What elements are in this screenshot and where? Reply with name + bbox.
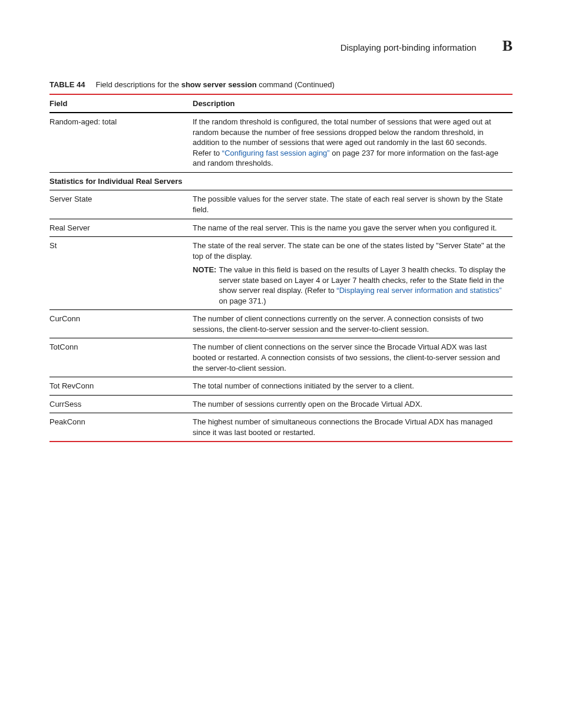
desc-text: If the random threshold is configured, t… [193, 117, 491, 147]
field-description-table: Field Description Random-aged: total If … [49, 94, 513, 443]
header-title: Displaying port-binding information [340, 42, 477, 54]
caption-command: show server session [181, 80, 257, 89]
field-cell: Server State [49, 190, 193, 219]
section-row: Statistics for Individual Real Servers [49, 172, 513, 190]
field-cell: Random-aged: total [49, 113, 193, 172]
desc-cell: The possible values for the server state… [193, 190, 513, 219]
caption-post: command (Continued) [257, 80, 335, 89]
table-row: St The state of the real server. The sta… [49, 237, 513, 263]
appendix-letter: B [503, 35, 513, 56]
link-fast-session-aging[interactable]: “Configuring fast session aging” [222, 149, 330, 157]
table-row: Server State The possible values for the… [49, 190, 513, 219]
field-cell: PeakConn [49, 413, 193, 442]
field-cell: St [49, 237, 193, 263]
section-heading: Statistics for Individual Real Servers [49, 172, 513, 190]
note-label: NOTE: [193, 265, 216, 306]
note-body: The value in this field is based on the … [219, 265, 508, 306]
desc-cell: The number of client connections current… [193, 310, 513, 338]
desc-cell: The name of the real server. This is the… [193, 219, 513, 237]
table-row: TotConn The number of client connections… [49, 338, 513, 377]
caption-pre: Field descriptions for the [95, 80, 181, 89]
page: Displaying port-binding information B TA… [0, 0, 562, 728]
table-row: Real Server The name of the real server.… [49, 219, 513, 237]
table-row: CurrSess The number of sessions currentl… [49, 395, 513, 413]
desc-cell: The highest number of simultaneous conne… [193, 413, 513, 442]
running-header: Displaying port-binding information B [49, 35, 513, 56]
table-row: Tot RevConn The total number of connecti… [49, 377, 513, 396]
table-number: TABLE 44 [49, 80, 85, 89]
note-command: show server real [219, 286, 275, 295]
note-post: on page 371.) [219, 297, 266, 305]
field-cell: CurrSess [49, 395, 193, 413]
table-header-row: Field Description [49, 94, 513, 113]
table-row: CurConn The number of client connections… [49, 310, 513, 338]
desc-cell: The number of client connections on the … [193, 338, 513, 377]
desc-cell: The number of sessions currently open on… [193, 395, 513, 413]
field-cell: Tot RevConn [49, 377, 193, 396]
table-row: Random-aged: total If the random thresho… [49, 113, 513, 172]
link-displaying-real-server-info[interactable]: “Displaying real server information and … [336, 286, 501, 295]
field-cell: Real Server [49, 219, 193, 237]
field-cell: CurConn [49, 310, 193, 338]
table-caption: TABLE 44Field descriptions for the show … [49, 80, 513, 90]
col-field: Field [49, 94, 193, 113]
note-cell: NOTE: The value in this field is based o… [193, 262, 513, 310]
note-block: NOTE: The value in this field is based o… [193, 265, 508, 306]
col-description: Description [193, 94, 513, 113]
desc-cell: If the random threshold is configured, t… [193, 113, 513, 172]
note-pre: The value in this field is based on the … [219, 265, 505, 285]
field-cell-empty [49, 262, 193, 310]
note-mid: display. (Refer to [275, 286, 337, 295]
refer-pre: Refer to [193, 149, 222, 157]
desc-cell: The state of the real server. The state … [193, 237, 513, 263]
field-cell: TotConn [49, 338, 193, 377]
table-row: PeakConn The highest number of simultane… [49, 413, 513, 442]
table-row-note: NOTE: The value in this field is based o… [49, 262, 513, 310]
desc-cell: The total number of connections initiate… [193, 377, 513, 396]
